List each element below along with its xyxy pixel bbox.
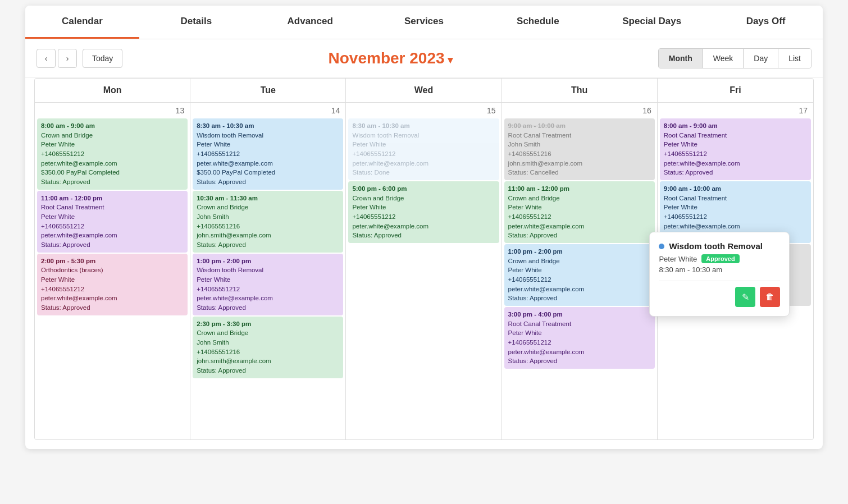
event-mon-3[interactable]: 2:00 pm - 5:30 pm Orthodontics (braces) … [37,254,188,315]
event-wed-2[interactable]: 5:00 pm - 6:00 pm Crown and Bridge Peter… [348,181,499,243]
popup-actions: ✎ 🗑 [659,287,780,307]
event-email: peter.white@example.com [508,285,651,294]
event-email: peter.white@example.com [41,231,184,240]
event-person: Peter White [41,275,184,285]
event-service: Crown and Bridge [41,131,184,140]
event-status: Status: Approved [664,168,807,177]
popup-title: Wisdom tooth Removal [669,241,763,251]
event-service: Orthodontics (braces) [41,265,184,275]
event-time: 8:00 am - 9:00 am [664,121,807,131]
prev-button[interactable]: ‹ [37,49,56,68]
event-time: 1:00 pm - 2:00 pm [508,247,651,256]
tab-details[interactable]: Details [139,6,253,39]
view-switcher: Month Week Day List [658,48,811,68]
header-fri: Fri [658,79,813,102]
event-thu-3[interactable]: 1:00 pm - 2:00 pm Crown and Bridge Peter… [504,244,655,306]
view-list-button[interactable]: List [778,49,811,68]
event-status: Status: Approved [508,231,651,240]
events-thu: 9:00 am - 10:00 am Root Canal Treatment … [502,117,657,370]
event-service: Root Canal Treatment [508,319,651,329]
event-status: Status: Approved [197,303,339,313]
header-tue: Tue [190,79,346,102]
event-phone: +14065551212 [508,338,651,347]
calendar-body: 13 8:00 am - 9:00 am Crown and Bridge Pe… [35,103,813,439]
event-popup: Wisdom tooth Removal Peter White Approve… [649,232,790,317]
view-day-button[interactable]: Day [744,49,778,68]
tab-advanced[interactable]: Advanced [253,6,367,39]
event-tue-2[interactable]: 10:30 am - 11:30 am Crown and Bridge Joh… [193,191,343,253]
event-service: Root Canal Treatment [664,194,807,203]
event-person: Peter White [508,203,651,212]
trash-icon: 🗑 [765,292,774,302]
event-wed-1[interactable]: 8:30 am - 10:30 am Wisdom tooth Removal … [348,118,499,180]
calendar-toolbar: ‹ › Today November 2023 Month Week Day L… [25,39,823,78]
event-service: Crown and Bridge [197,203,339,212]
event-tue-3[interactable]: 1:00 pm - 2:00 pm Wisdom tooth Removal P… [193,254,343,315]
popup-delete-button[interactable]: 🗑 [760,287,780,307]
calendar-header: Mon Tue Wed Thu Fri [35,79,813,103]
event-time: 5:00 pm - 6:00 pm [352,184,495,194]
event-time: 9:00 am - 10:00 am [664,184,807,194]
event-email: peter.white@example.com [197,159,339,168]
event-email: peter.white@example.com [352,222,495,231]
event-person: Peter White [664,203,807,212]
header-mon: Mon [35,79,190,102]
calendar-grid: Mon Tue Wed Thu Fri 13 8:00 am - 9:00 am… [34,78,814,440]
event-time: 10:30 am - 11:30 am [197,194,339,203]
event-person: Peter White [508,265,651,275]
event-status: Status: Approved [197,177,339,187]
event-payment: $350.00 PayPal Completed [41,168,184,177]
event-thu-1[interactable]: 9:00 am - 10:00 am Root Canal Treatment … [504,118,655,180]
event-person: Peter White [41,140,184,149]
event-tue-1[interactable]: 8:30 am - 10:30 am Wisdom tooth Removal … [193,118,343,190]
event-status: Status: Done [352,168,495,177]
event-email: peter.white@example.com [352,159,495,168]
view-week-button[interactable]: Week [703,49,744,68]
event-tue-4[interactable]: 2:30 pm - 3:30 pm Crown and Bridge John … [193,317,343,378]
popup-time: 8:30 am - 10:30 am [659,265,780,274]
event-fri-1[interactable]: 8:00 am - 9:00 am Root Canal Treatment P… [660,118,811,180]
event-service: Root Canal Treatment [664,131,807,140]
day-number-16: 16 [502,103,657,117]
event-email: john.smith@example.com [508,159,651,168]
month-title[interactable]: November 2023 [122,49,658,67]
view-month-button[interactable]: Month [659,49,703,68]
event-time: 11:00 am - 12:00 pm [508,184,651,194]
tab-days-off[interactable]: Days Off [709,6,823,39]
event-thu-4[interactable]: 3:00 pm - 4:00 pm Root Canal Treatment P… [504,307,655,369]
event-phone: +14065551212 [41,149,184,159]
tab-special-days[interactable]: Special Days [595,6,709,39]
event-mon-1[interactable]: 8:00 am - 9:00 am Crown and Bridge Peter… [37,118,188,190]
next-button[interactable]: › [58,49,77,68]
event-email: peter.white@example.com [41,159,184,168]
event-time: 1:00 pm - 2:00 pm [197,256,339,266]
popup-card: Wisdom tooth Removal Peter White Approve… [649,232,790,317]
event-mon-2[interactable]: 11:00 am - 12:00 pm Root Canal Treatment… [37,191,188,253]
event-status: Status: Cancelled [508,168,651,177]
event-phone: +14065551216 [197,347,339,357]
event-person: Peter White [197,275,339,285]
event-person: Peter White [352,203,495,212]
event-status: Status: Approved [197,366,339,375]
event-service: Crown and Bridge [352,194,495,203]
event-person: Peter White [197,140,339,149]
event-person: John Smith [197,338,339,347]
events-tue: 8:30 am - 10:30 am Wisdom tooth Removal … [190,117,345,379]
event-phone: +14065551212 [352,149,495,159]
event-time: 11:00 am - 12:00 pm [41,194,184,203]
app-container: Calendar Details Advanced Services Sched… [25,6,823,449]
event-email: peter.white@example.com [664,159,807,168]
event-email: peter.white@example.com [41,294,184,303]
popup-subtitle: Peter White Approved [659,254,780,263]
event-status: Status: Approved [197,240,339,250]
col-wed: 15 8:30 am - 10:30 am Wisdom tooth Remov… [346,103,501,439]
tab-services[interactable]: Services [367,6,481,39]
header-thu: Thu [502,79,658,102]
popup-edit-button[interactable]: ✎ [735,287,755,307]
event-thu-2[interactable]: 11:00 am - 12:00 pm Crown and Bridge Pet… [504,181,655,243]
tab-calendar[interactable]: Calendar [25,6,139,39]
today-button[interactable]: Today [83,49,122,68]
tab-schedule[interactable]: Schedule [481,6,595,39]
event-status: Status: Approved [41,240,184,250]
edit-icon: ✎ [742,292,749,303]
